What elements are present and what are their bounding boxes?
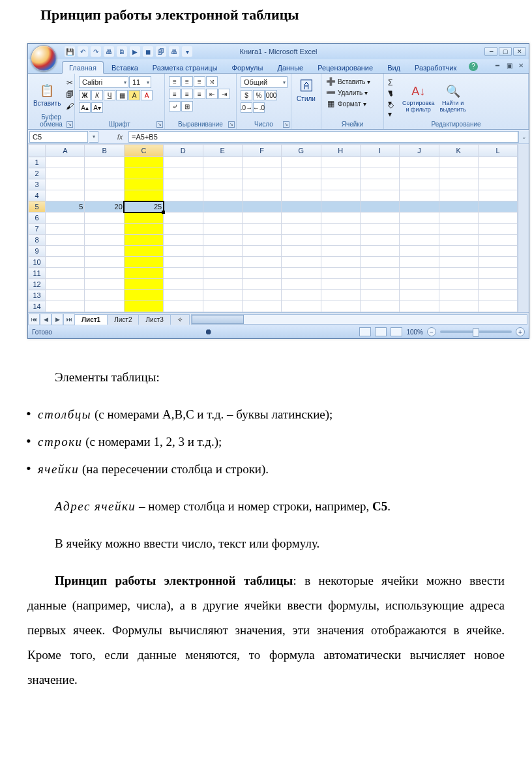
cell-L11[interactable] [478, 268, 517, 279]
cell-C12[interactable] [124, 279, 163, 290]
cell-F3[interactable] [242, 179, 281, 190]
cell-J6[interactable] [400, 213, 439, 224]
cell-C14[interactable] [124, 301, 163, 312]
cell-B11[interactable] [85, 268, 124, 279]
workbook-minimize-icon[interactable]: ━ [492, 61, 503, 70]
cell-H11[interactable] [321, 268, 360, 279]
minimize-button[interactable]: ━ [484, 47, 497, 56]
percent-button[interactable]: % [253, 90, 265, 100]
cell-E5[interactable] [203, 201, 242, 213]
cell-G6[interactable] [282, 213, 321, 224]
cell-I9[interactable] [360, 246, 399, 257]
cell-A13[interactable] [46, 290, 85, 301]
cell-A10[interactable] [46, 257, 85, 268]
cell-K5[interactable] [439, 201, 478, 213]
cell-F5[interactable] [242, 201, 281, 213]
column-header-A[interactable]: A [46, 145, 85, 157]
row-header-5[interactable]: 5 [29, 201, 46, 213]
column-header-G[interactable]: G [282, 145, 321, 157]
cell-G1[interactable] [282, 157, 321, 168]
tab-insert[interactable]: Вставка [105, 62, 145, 73]
number-format-combo[interactable]: Общий [241, 76, 288, 88]
cell-A14[interactable] [46, 301, 85, 312]
cell-B5[interactable]: 20 [85, 201, 124, 213]
cell-K7[interactable] [439, 224, 478, 235]
clear-icon[interactable]: ◇ ▾ [388, 104, 398, 115]
column-header-D[interactable]: D [164, 145, 203, 157]
namebox-dropdown-icon[interactable]: ▾ [89, 131, 98, 143]
cell-C5[interactable]: 25 [124, 201, 163, 213]
cell-F6[interactable] [242, 213, 281, 224]
cell-L14[interactable] [478, 301, 517, 312]
cell-I4[interactable] [360, 190, 399, 201]
cell-L13[interactable] [478, 290, 517, 301]
cell-B2[interactable] [85, 168, 124, 179]
cell-G13[interactable] [282, 290, 321, 301]
cell-K13[interactable] [439, 290, 478, 301]
cell-E14[interactable] [203, 301, 242, 312]
qat-dropdown-icon[interactable]: ▾ [182, 46, 192, 57]
cell-C8[interactable] [124, 235, 163, 246]
align-middle-button[interactable]: ≡ [181, 76, 193, 87]
cell-C1[interactable] [124, 157, 163, 168]
cell-G4[interactable] [282, 190, 321, 201]
cell-J13[interactable] [400, 290, 439, 301]
fill-color-button[interactable]: A [128, 90, 140, 100]
cell-F14[interactable] [242, 301, 281, 312]
vertical-scrollbar[interactable] [518, 144, 529, 312]
qat-icon[interactable]: 🖶 [169, 46, 179, 57]
cell-A12[interactable] [46, 279, 85, 290]
cell-L9[interactable] [478, 246, 517, 257]
cell-I10[interactable] [360, 257, 399, 268]
row-header-8[interactable]: 8 [29, 235, 46, 246]
indent-dec-button[interactable]: ⇤ [206, 89, 218, 99]
column-header-H[interactable]: H [321, 145, 360, 157]
insert-cells-button[interactable]: ➕Вставить ▾ [325, 76, 379, 87]
row-header-13[interactable]: 13 [29, 290, 46, 301]
cell-B7[interactable] [85, 224, 124, 235]
row-header-6[interactable]: 6 [29, 213, 46, 224]
dialog-launcher-icon[interactable]: ↘ [66, 121, 73, 128]
cell-H12[interactable] [321, 279, 360, 290]
qat-icon[interactable]: ◼ [143, 46, 153, 57]
dialog-launcher-icon[interactable]: ↘ [156, 121, 163, 128]
cell-H9[interactable] [321, 246, 360, 257]
format-cells-button[interactable]: ▦Формат ▾ [325, 98, 379, 109]
cell-G9[interactable] [282, 246, 321, 257]
cell-L5[interactable] [478, 201, 517, 213]
cell-C11[interactable] [124, 268, 163, 279]
align-left-button[interactable]: ≡ [169, 89, 181, 99]
tab-developer[interactable]: Разработчик [408, 62, 463, 73]
cell-I7[interactable] [360, 224, 399, 235]
cell-I1[interactable] [360, 157, 399, 168]
redo-icon[interactable]: ↷ [91, 46, 101, 57]
tab-formulas[interactable]: Формулы [226, 62, 270, 73]
name-box[interactable]: C5 [29, 131, 88, 143]
tab-home[interactable]: Главная [62, 61, 104, 74]
cell-I3[interactable] [360, 179, 399, 190]
cell-I14[interactable] [360, 301, 399, 312]
cell-J1[interactable] [400, 157, 439, 168]
cell-K1[interactable] [439, 157, 478, 168]
font-color-button[interactable]: A [141, 90, 153, 100]
comma-button[interactable]: 000 [265, 90, 277, 100]
cell-D11[interactable] [164, 268, 203, 279]
indent-inc-button[interactable]: ⇥ [218, 89, 230, 99]
cell-J4[interactable] [400, 190, 439, 201]
border-button[interactable]: ▦ [116, 90, 128, 100]
cell-J11[interactable] [400, 268, 439, 279]
cell-J2[interactable] [400, 168, 439, 179]
cell-I13[interactable] [360, 290, 399, 301]
cell-F10[interactable] [242, 257, 281, 268]
new-sheet-icon[interactable]: ✧ [170, 314, 190, 325]
cell-B3[interactable] [85, 179, 124, 190]
cell-D9[interactable] [164, 246, 203, 257]
sheet-nav-last-icon[interactable]: ⏭ [63, 314, 75, 325]
shrink-font-button[interactable]: A▾ [91, 102, 103, 113]
cut-icon[interactable]: ✂ [65, 78, 75, 88]
cell-E12[interactable] [203, 279, 242, 290]
cell-F7[interactable] [242, 224, 281, 235]
cell-G11[interactable] [282, 268, 321, 279]
cell-A2[interactable] [46, 168, 85, 179]
cell-I6[interactable] [360, 213, 399, 224]
